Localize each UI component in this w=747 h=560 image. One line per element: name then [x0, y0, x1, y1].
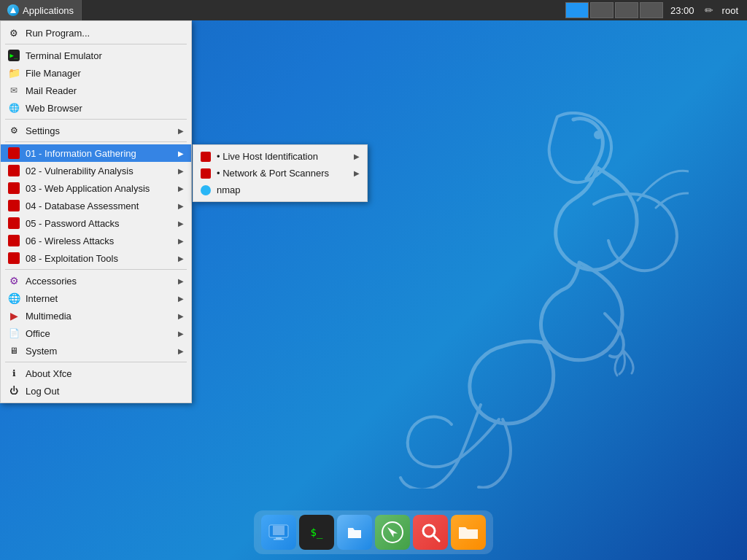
office-label: Office: [26, 328, 50, 339]
web-app-label: 03 - Web Application Analysis: [26, 183, 150, 194]
menu-item-wireless[interactable]: 06 - Wireless Attacks ▶: [1, 232, 191, 249]
taskbar-right: 23:00 ✏ root: [565, 2, 747, 18]
filemanager-label: File Manager: [26, 68, 81, 79]
svg-marker-7: [385, 525, 398, 537]
menu-item-vuln-analysis[interactable]: 02 - Vulnerability Analysis ▶: [1, 162, 191, 179]
network-port-arrow: ▶: [354, 169, 360, 177]
vuln-analysis-icon: [8, 165, 20, 176]
multimedia-icon: ▶: [8, 310, 20, 322]
files-dock-icon: [337, 515, 372, 550]
kali-dragon: [324, 88, 689, 489]
menu-item-db-assess[interactable]: 04 - Database Assessment ▶: [1, 197, 191, 214]
web-app-icon: [8, 182, 20, 194]
menu-item-office[interactable]: 📄 Office ▶: [1, 324, 191, 342]
terminal-label: Terminal Emulator: [26, 50, 102, 61]
live-host-label: • Live Host Identification: [217, 151, 318, 162]
exploit-label: 08 - Exploitation Tools: [26, 253, 118, 264]
menu-item-filemanager[interactable]: 📁 File Manager: [1, 64, 191, 82]
desktop-icon: [261, 515, 296, 550]
separator-2: [5, 119, 187, 120]
workspace-1[interactable]: [565, 2, 589, 18]
pencil-icon: ✏: [702, 4, 716, 16]
accessories-label: Accessories: [26, 276, 77, 287]
run-program-label: Run Program...: [26, 28, 90, 39]
menu-item-multimedia[interactable]: ▶ Multimedia ▶: [1, 307, 191, 324]
menu-item-password[interactable]: 05 - Password Attacks ▶: [1, 214, 191, 232]
password-arrow: ▶: [178, 219, 184, 228]
submenu-nmap[interactable]: nmap: [193, 182, 367, 198]
svg-rect-4: [276, 537, 282, 539]
separator-5: [5, 362, 187, 362]
svg-rect-3: [273, 526, 285, 535]
password-label: 05 - Password Attacks: [26, 218, 120, 229]
system-arrow: ▶: [178, 347, 184, 355]
svg-line-9: [433, 535, 439, 541]
workspace-2[interactable]: [590, 2, 614, 18]
workspace-4[interactable]: [640, 2, 663, 18]
exploit-arrow: ▶: [178, 254, 184, 262]
terminal-dock-icon: $_: [299, 515, 334, 550]
exploit-icon: [8, 252, 20, 264]
dock-item-files[interactable]: [337, 515, 372, 550]
submenu-live-host[interactable]: • Live Host Identification ▶: [193, 148, 367, 165]
office-arrow: ▶: [178, 330, 184, 338]
info-gathering-submenu: • Live Host Identification ▶ • Network &…: [193, 144, 368, 202]
submenu-network-port[interactable]: • Network & Port Scanners ▶: [193, 165, 367, 182]
menu-item-system[interactable]: 🖥 System ▶: [1, 342, 191, 359]
separator-4: [5, 269, 187, 270]
multimedia-label: Multimedia: [26, 311, 71, 322]
search-dock-icon: [413, 515, 448, 550]
db-assess-arrow: ▶: [178, 202, 184, 210]
nmap-icon: [201, 185, 211, 195]
webbrowser-label: Web Browser: [26, 103, 82, 114]
menu-item-info-gathering[interactable]: 01 - Information Gathering ▶ • Live Host…: [1, 144, 191, 162]
wireless-icon: [8, 235, 20, 246]
menu-item-mailreader[interactable]: ✉ Mail Reader: [1, 82, 191, 99]
internet-label: Internet: [26, 293, 58, 304]
menu-item-web-app[interactable]: 03 - Web Application Analysis ▶: [1, 179, 191, 197]
svg-marker-1: [10, 7, 16, 13]
menu-item-about-xfce[interactable]: ℹ About Xfce: [1, 365, 191, 382]
dock-item-search[interactable]: [413, 515, 448, 550]
dock-item-browser[interactable]: [375, 515, 410, 550]
settings-icon: ⚙: [8, 125, 20, 136]
applications-button[interactable]: Applications: [0, 0, 82, 20]
applications-menu: ⚙ Run Program... ▶_ Terminal Emulator 📁 …: [0, 20, 192, 403]
applications-label: Applications: [23, 5, 74, 16]
username: root: [718, 5, 743, 16]
web-icon: 🌐: [8, 102, 20, 114]
info-gathering-arrow: ▶: [178, 149, 184, 158]
dock-item-folder[interactable]: [451, 515, 486, 550]
folder-dock-icon: [451, 515, 486, 550]
menu-item-internet[interactable]: 🌐 Internet ▶: [1, 289, 191, 307]
multimedia-arrow: ▶: [178, 312, 184, 320]
dock-item-desktop[interactable]: [261, 515, 296, 550]
applications-icon: [7, 4, 19, 16]
separator-3: [5, 141, 187, 142]
menu-item-logout[interactable]: ⏻ Log Out: [1, 382, 191, 400]
system-icon: 🖥: [8, 345, 20, 357]
svg-rect-5: [274, 539, 284, 540]
menu-item-run-program[interactable]: ⚙ Run Program...: [1, 24, 191, 42]
network-port-label: • Network & Port Scanners: [217, 168, 329, 179]
internet-icon: 🌐: [8, 292, 20, 304]
menu-item-accessories[interactable]: ⚙ Accessories ▶: [1, 272, 191, 289]
filemanager-icon: 📁: [8, 67, 20, 79]
vuln-analysis-arrow: ▶: [178, 167, 184, 175]
settings-label: Settings: [26, 125, 60, 136]
accessories-icon: ⚙: [8, 275, 20, 287]
mailreader-label: Mail Reader: [26, 85, 77, 96]
internet-arrow: ▶: [178, 295, 184, 303]
db-assess-label: 04 - Database Assessment: [26, 201, 139, 211]
clock: 23:00: [665, 5, 700, 16]
workspace-3[interactable]: [615, 2, 638, 18]
dock-item-terminal[interactable]: $_: [299, 515, 334, 550]
office-icon: 📄: [8, 327, 20, 339]
menu-item-exploit[interactable]: 08 - Exploitation Tools ▶: [1, 249, 191, 267]
menu-item-terminal[interactable]: ▶_ Terminal Emulator: [1, 47, 191, 64]
about-icon: ℹ: [8, 368, 20, 379]
terminal-icon: ▶_: [8, 50, 20, 61]
menu-item-settings[interactable]: ⚙ Settings ▶: [1, 122, 191, 139]
about-xfce-label: About Xfce: [26, 368, 72, 379]
menu-item-webbrowser[interactable]: 🌐 Web Browser: [1, 99, 191, 117]
